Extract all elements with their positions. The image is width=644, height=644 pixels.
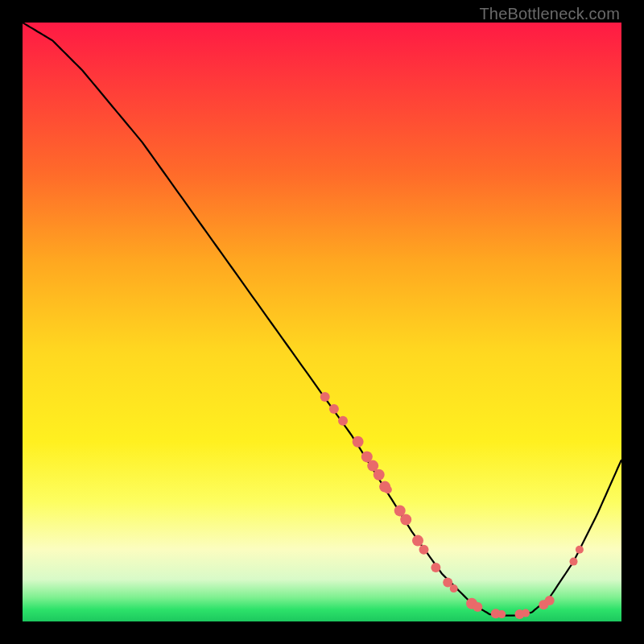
data-point: [412, 535, 423, 547]
data-point: [329, 404, 339, 414]
data-point: [374, 469, 385, 481]
data-point: [338, 416, 348, 426]
data-point: [400, 514, 411, 526]
plot-area: [23, 23, 621, 621]
data-point: [384, 485, 392, 493]
data-point: [450, 584, 458, 592]
data-point: [570, 558, 578, 566]
chart-svg: [23, 23, 621, 621]
data-point: [522, 609, 530, 617]
bottleneck-curve: [23, 23, 621, 616]
data-point: [545, 596, 555, 605]
data-point: [353, 436, 364, 448]
data-point: [576, 546, 584, 554]
data-point: [431, 563, 440, 572]
data-point: [419, 545, 429, 555]
data-point: [473, 602, 482, 612]
data-point: [497, 610, 506, 618]
data-points: [320, 392, 584, 619]
data-point: [320, 392, 330, 402]
watermark-text: TheBottleneck.com: [479, 5, 620, 23]
